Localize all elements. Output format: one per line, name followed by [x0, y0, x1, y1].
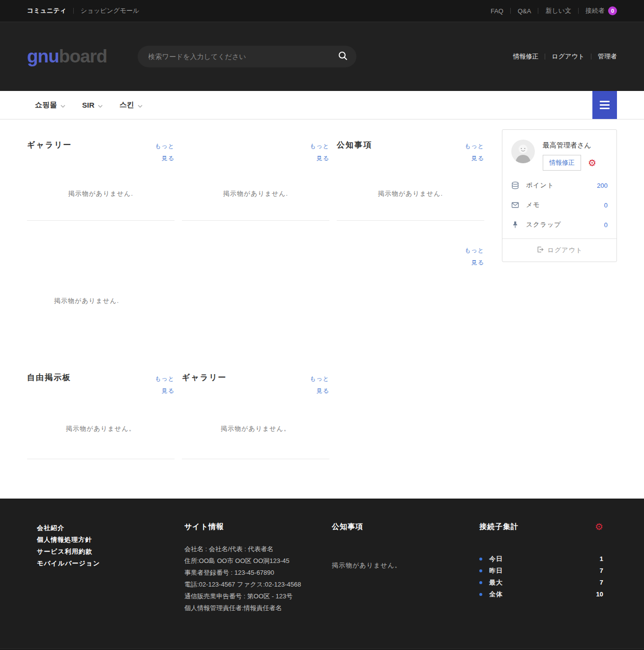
- topbar-shopping-mall-link[interactable]: ショッピングモール: [81, 6, 139, 15]
- footer-link-mobile[interactable]: モバイルバージョン: [37, 558, 175, 569]
- more-link[interactable]: もっと見る: [464, 244, 484, 269]
- profile-memo-row[interactable]: メモ 0: [502, 195, 616, 215]
- widget-gallery-2: ギャラリー もっと見る 掲示物がありません。: [182, 362, 329, 459]
- search-button[interactable]: [338, 51, 348, 62]
- header-logout-link[interactable]: ログアウト: [552, 52, 585, 61]
- profile-logout-button[interactable]: ログアウト: [502, 238, 616, 262]
- scrap-icon: [511, 221, 520, 229]
- stat-label: ポイント: [526, 181, 554, 190]
- nav-item-label: 스킨: [119, 100, 134, 110]
- menu-toggle-button[interactable]: [592, 91, 617, 119]
- nav-item-shopping[interactable]: 쇼핑몰: [35, 100, 65, 110]
- connected-count-badge: 0: [608, 6, 617, 15]
- nav-item-label: SIR: [82, 101, 94, 109]
- empty-message: 掲示物がありません。: [332, 561, 469, 570]
- nav-item-skin[interactable]: 스킨: [119, 100, 143, 110]
- widget-notice: 公知事項 もっと見る 掲示物がありません.: [337, 129, 484, 221]
- site-info-line: 住所:OO島 OO市 OO区 OO洞123-45: [184, 555, 322, 567]
- topbar-connected-link[interactable]: 接続者: [585, 6, 605, 15]
- more-link[interactable]: もっと見る: [154, 140, 175, 165]
- nav-item-sir[interactable]: SIR: [82, 101, 103, 109]
- visitor-stat-value: 7: [600, 578, 603, 587]
- avatar[interactable]: [511, 140, 535, 163]
- empty-message: 掲示物がありません。: [27, 424, 175, 433]
- memo-icon: [511, 201, 520, 209]
- visitor-stat-value: 7: [600, 566, 603, 575]
- footer-site-info-title: サイト情報: [184, 522, 322, 532]
- widget-free-board: 自由掲示板 もっと見る 掲示物がありません。: [27, 362, 175, 459]
- empty-message: 掲示物がありません。: [182, 424, 329, 433]
- profile-points-row[interactable]: ポイント 200: [502, 176, 616, 195]
- header: gnuboard 情報修正 ログアウト 管理者: [0, 22, 644, 91]
- widget-title: 公知事項: [337, 140, 372, 150]
- footer-visitors-title: 接続子集計: [479, 522, 519, 532]
- visitor-stat-label: 今日: [489, 555, 503, 563]
- more-link[interactable]: もっと見る: [309, 373, 329, 397]
- visitor-stat-label: 昨日: [489, 566, 503, 575]
- visitor-stat-label: 最大: [489, 578, 503, 587]
- footer-link-company[interactable]: 会社紹介: [37, 522, 175, 534]
- more-link[interactable]: もっと見る: [154, 373, 175, 397]
- latest-widget-wide: もっと見る 掲示物がありません.: [27, 244, 484, 305]
- widget-gallery: ギャラリー もっと見る 掲示物がありません.: [27, 129, 175, 221]
- gear-icon[interactable]: ⚙: [595, 522, 603, 532]
- profile-name: 最高管理者さん: [543, 141, 596, 150]
- empty-message: 掲示物がありません.: [27, 296, 484, 305]
- profile-edit-button[interactable]: 情報修正: [543, 155, 581, 171]
- logo-board-text: board: [59, 46, 107, 66]
- visitor-stat-row: 最大 7: [479, 577, 603, 589]
- search-icon: [338, 51, 348, 62]
- chevron-down-icon: [94, 101, 103, 109]
- bullet-icon: [479, 558, 482, 561]
- logout-icon: [536, 246, 544, 255]
- divider: [545, 54, 545, 59]
- hamburger-icon: [600, 101, 610, 109]
- logout-label: ログアウト: [548, 246, 583, 255]
- bullet-icon: [479, 569, 482, 572]
- topbar-faq-link[interactable]: FAQ: [491, 7, 503, 15]
- empty-message: 掲示物がありません.: [27, 189, 175, 198]
- main-content: ギャラリー もっと見る 掲示物がありません. もっと見る 掲示物がありません. …: [0, 119, 644, 499]
- visitor-stat-label: 全体: [489, 590, 503, 599]
- points-icon: [511, 181, 520, 189]
- stat-value: 0: [604, 221, 608, 229]
- visitor-stat-row: 昨日 7: [479, 565, 603, 577]
- topbar-community-link[interactable]: コミュニティ: [27, 6, 66, 15]
- site-info-line: 通信販売業申告番号 : 第OO区 - 123号: [184, 591, 322, 602]
- footer-link-privacy[interactable]: 個人情報処理方針: [37, 534, 175, 546]
- chevron-down-icon: [57, 101, 65, 109]
- profile-scrap-row[interactable]: スクラップ 0: [502, 215, 616, 235]
- footer-link-terms[interactable]: サービス利用約款: [37, 546, 175, 558]
- footer-site-info: サイト情報 会社名 : 会社名/代表 : 代表者名 住所:OO島 OO市 OO区…: [175, 522, 322, 614]
- topbar-new-posts-link[interactable]: 新しい文: [545, 6, 571, 15]
- empty-message: 掲示物がありません.: [182, 189, 329, 198]
- more-link[interactable]: もっと見る: [464, 140, 484, 165]
- empty-message: 掲示物がありません.: [337, 189, 484, 198]
- divider: [73, 8, 74, 14]
- stat-label: メモ: [526, 201, 540, 209]
- divider: [538, 8, 538, 14]
- stat-value: 200: [597, 182, 608, 189]
- site-info-line: 事業者登録番号 : 123-45-67890: [184, 567, 322, 579]
- visitor-stat-row: 今日 1: [479, 553, 603, 565]
- footer-notice-title: 公知事項: [332, 522, 469, 532]
- latest-widgets-row-2: 自由掲示板 もっと見る 掲示物がありません。 ギャラリー もっと見る 掲示物があ…: [27, 362, 484, 459]
- logo[interactable]: gnuboard: [27, 46, 107, 67]
- divider: [510, 8, 511, 14]
- topbar-qna-link[interactable]: Q&A: [518, 7, 531, 15]
- topbar: コミュニティ ショッピングモール FAQ Q&A 新しい文 接続者 0: [0, 0, 644, 22]
- site-info-line: 個人情報管理責任者:情報責任者名: [184, 602, 322, 614]
- search-input[interactable]: [148, 53, 338, 60]
- gear-icon[interactable]: ⚙: [588, 158, 596, 168]
- more-link[interactable]: もっと見る: [309, 140, 329, 165]
- profile-card: 最高管理者さん 情報修正 ⚙ ポイント 200: [502, 129, 617, 262]
- main-nav: 쇼핑몰 SIR 스킨: [0, 91, 644, 119]
- widget-title: ギャラリー: [27, 140, 72, 150]
- visitor-stat-value: 1: [600, 555, 603, 563]
- header-edit-info-link[interactable]: 情報修正: [513, 52, 538, 61]
- search-box: [138, 46, 356, 67]
- header-admin-link[interactable]: 管理者: [598, 52, 617, 61]
- footer-visitor-stats: 接続子集計 ⚙ 今日 1 昨日 7 最大 7: [469, 522, 617, 614]
- widget-title: 自由掲示板: [27, 373, 71, 383]
- bullet-icon: [479, 581, 482, 584]
